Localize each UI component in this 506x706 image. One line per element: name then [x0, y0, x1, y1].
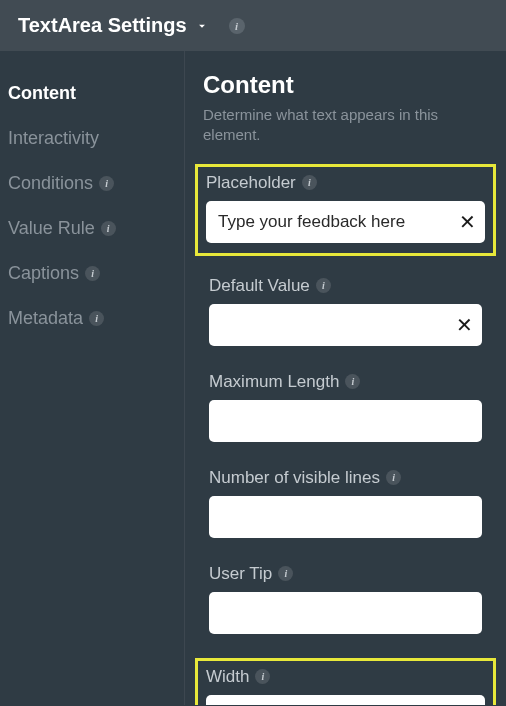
- sidebar-item-conditions[interactable]: Conditions i: [8, 161, 184, 206]
- sidebar-item-label: Captions: [8, 263, 79, 284]
- content-panel: Content Determine what text appears in t…: [185, 51, 506, 705]
- info-icon[interactable]: i: [302, 175, 317, 190]
- sidebar-item-label: Value Rule: [8, 218, 95, 239]
- clear-icon[interactable]: ✕: [446, 304, 482, 346]
- field-default-value: Default Value i ✕: [203, 274, 488, 352]
- user-tip-input[interactable]: [209, 592, 482, 634]
- field-label: Placeholder: [206, 173, 296, 193]
- default-value-input[interactable]: [209, 304, 446, 346]
- sidebar-item-label: Content: [8, 83, 76, 104]
- sidebar-item-label: Conditions: [8, 173, 93, 194]
- input-wrap: [209, 400, 482, 442]
- content-description: Determine what text appears in this elem…: [203, 105, 488, 146]
- sidebar-item-captions[interactable]: Captions i: [8, 251, 184, 296]
- field-label-row: User Tip i: [209, 564, 482, 584]
- input-wrap: ✕: [206, 201, 485, 243]
- sidebar-item-content[interactable]: Content: [8, 71, 184, 116]
- field-label-row: Maximum Length i: [209, 372, 482, 392]
- info-icon[interactable]: i: [89, 311, 104, 326]
- sidebar-item-value-rule[interactable]: Value Rule i: [8, 206, 184, 251]
- field-width: Width i: [195, 658, 496, 706]
- input-wrap: ✕: [209, 304, 482, 346]
- field-visible-lines: Number of visible lines i: [203, 466, 488, 544]
- field-label-row: Width i: [206, 667, 485, 687]
- info-icon[interactable]: i: [229, 18, 245, 34]
- field-label-row: Default Value i: [209, 276, 482, 296]
- info-icon[interactable]: i: [316, 278, 331, 293]
- input-wrap: [209, 592, 482, 634]
- field-label: Number of visible lines: [209, 468, 380, 488]
- main-area: Content Interactivity Conditions i Value…: [0, 51, 506, 705]
- visible-lines-input[interactable]: [209, 496, 482, 538]
- field-label: Default Value: [209, 276, 310, 296]
- sidebar-item-interactivity[interactable]: Interactivity: [8, 116, 184, 161]
- info-icon[interactable]: i: [345, 374, 360, 389]
- header-title: TextArea Settings: [18, 14, 187, 37]
- field-label-row: Number of visible lines i: [209, 468, 482, 488]
- info-icon[interactable]: i: [278, 566, 293, 581]
- settings-header: TextArea Settings i: [0, 0, 506, 51]
- sidebar-item-label: Interactivity: [8, 128, 99, 149]
- content-title: Content: [203, 71, 488, 99]
- field-label: Maximum Length: [209, 372, 339, 392]
- sidebar-item-metadata[interactable]: Metadata i: [8, 296, 184, 341]
- info-icon[interactable]: i: [386, 470, 401, 485]
- input-wrap: [209, 496, 482, 538]
- info-icon[interactable]: i: [255, 669, 270, 684]
- field-placeholder: Placeholder i ✕: [195, 164, 496, 256]
- field-label: Width: [206, 667, 249, 687]
- field-max-length: Maximum Length i: [203, 370, 488, 448]
- width-input[interactable]: [206, 695, 485, 706]
- info-icon[interactable]: i: [85, 266, 100, 281]
- field-label-row: Placeholder i: [206, 173, 485, 193]
- info-icon[interactable]: i: [99, 176, 114, 191]
- field-label: User Tip: [209, 564, 272, 584]
- chevron-down-icon[interactable]: [195, 19, 209, 33]
- placeholder-input[interactable]: [206, 201, 449, 243]
- input-wrap: [206, 695, 485, 706]
- max-length-input[interactable]: [209, 400, 482, 442]
- sidebar-item-label: Metadata: [8, 308, 83, 329]
- clear-icon[interactable]: ✕: [449, 201, 485, 243]
- sidebar: Content Interactivity Conditions i Value…: [0, 51, 185, 705]
- field-user-tip: User Tip i: [203, 562, 488, 640]
- info-icon[interactable]: i: [101, 221, 116, 236]
